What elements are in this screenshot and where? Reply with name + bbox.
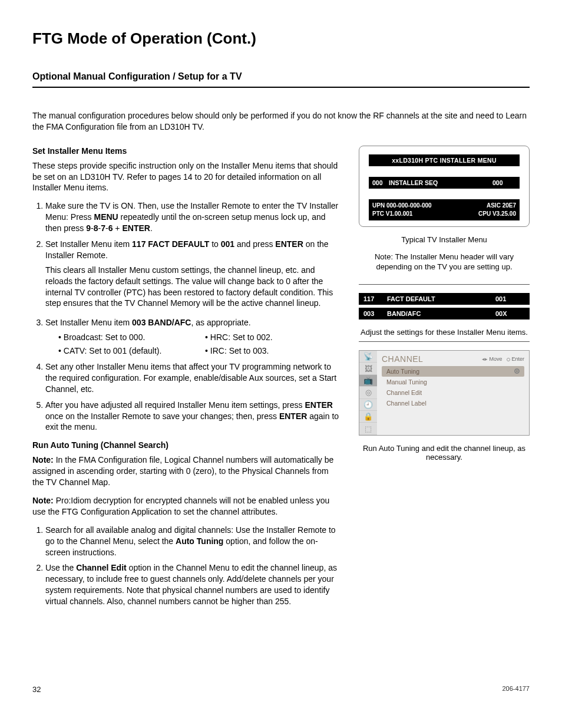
band-broadcast: Broadcast: Set to 000. <box>58 332 194 343</box>
right-divider-1 <box>359 284 530 285</box>
channel-item-channel-label[interactable]: Channel Label <box>382 398 524 409</box>
installer-menu-header: xxLD310H PTC INSTALLER MENU <box>369 154 520 166</box>
fact-default-bar: 117 FACT DEFAULT 001 <box>359 293 530 305</box>
right-divider-2 <box>359 341 530 342</box>
installer-version-row: UPN 000-000-000-000 PTC V1.00.001 ASIC 2… <box>369 199 520 220</box>
channel-menu-main: CHANNEL ◂▸Move Enter Auto Tuning Manual … <box>377 351 529 435</box>
band-options: Broadcast: Set to 000. HRC: Set to 002. … <box>45 332 341 357</box>
run-note-2: Note: Pro:Idiom decryption for encrypted… <box>32 495 341 518</box>
channel-caption: Run Auto Tuning and edit the channel lin… <box>359 444 530 462</box>
channel-item-manual-tuning[interactable]: Manual Tuning <box>382 377 524 387</box>
doc-number: 206-4177 <box>503 685 530 694</box>
input-icon: ⬚ <box>359 423 377 434</box>
target-icon: ◎ <box>359 387 377 398</box>
panel-caption: Typical TV Installer Menu <box>359 235 530 244</box>
step-3: Set Installer Menu item 003 BAND/AFC, as… <box>45 317 341 357</box>
tv-icon: 📺 <box>359 375 377 387</box>
page-title: FTG Mode of Operation (Cont.) <box>32 29 530 48</box>
left-column: Set Installer Menu Items These steps pro… <box>32 146 341 614</box>
satellite-icon: 📡 <box>359 351 377 363</box>
move-hint: ◂▸Move <box>482 356 502 362</box>
band-irc: IRC: Set to 003. <box>205 345 341 357</box>
page-footer: 32 206-4177 <box>32 685 530 694</box>
auto-step-2: Use the Channel Edit option in the Chann… <box>45 562 341 607</box>
channel-menu-title: CHANNEL <box>382 354 482 364</box>
band-afc-bar: 003 BAND/AFC 00X <box>359 308 530 319</box>
set-installer-heading: Set Installer Menu Items <box>32 146 341 157</box>
image-icon: 🖼 <box>359 363 377 374</box>
arrows-icon: ◂▸ <box>482 356 488 362</box>
set-installer-paragraph: These steps provide speciﬁc instruction … <box>32 160 341 194</box>
step-1: Make sure the TV is ON. Then, use the In… <box>45 200 341 234</box>
run-note-1: Note: In the FMA Conﬁguration ﬁle, Logic… <box>32 454 341 488</box>
lock-icon: 🔒 <box>359 411 377 423</box>
dot-icon <box>507 358 510 361</box>
divider <box>32 87 530 88</box>
right-column: xxLD310H PTC INSTALLER MENU 000 INSTALLE… <box>359 146 530 614</box>
auto-tuning-steps-list: Search for all available analog and digi… <box>32 525 341 607</box>
channel-item-auto-tuning[interactable]: Auto Tuning <box>382 366 524 377</box>
enter-hint: Enter <box>507 356 524 362</box>
step-4: Set any other Installer Menu items that … <box>45 361 341 395</box>
selected-icon <box>514 368 520 374</box>
channel-menu-panel: 📡 🖼 📺 ◎ 🕘 🔒 ⬚ CHANNEL ◂▸Move Enter Auto … <box>359 350 530 436</box>
run-auto-tuning-heading: Run Auto Tuning (Channel Search) <box>32 440 341 451</box>
channel-menu-sidebar: 📡 🖼 📺 ◎ 🕘 🔒 ⬚ <box>359 351 377 435</box>
installer-seq-row: 000 INSTALLER SEQ 000 <box>369 177 520 189</box>
step-2: Set Installer Menu item 117 FACT DEFAULT… <box>45 239 341 309</box>
channel-menu-list: Auto Tuning Manual Tuning Channel Edit C… <box>382 366 524 409</box>
step-5: After you have adjusted all required Ins… <box>45 400 341 433</box>
intro-paragraph: The manual configuration procedures belo… <box>32 110 530 133</box>
auto-step-1: Search for all available analog and digi… <box>45 525 341 558</box>
installer-steps-list: Make sure the TV is ON. Then, use the In… <box>32 200 341 433</box>
panel-note: Note: The Installer Menu header will var… <box>359 252 530 272</box>
band-catv: CATV: Set to 001 (default). <box>58 345 194 357</box>
channel-item-channel-edit[interactable]: Channel Edit <box>382 387 524 398</box>
step-2-detail: This clears all Installer Menu custom se… <box>45 265 341 309</box>
bars-caption: Adjust the settings for these Installer … <box>359 328 530 337</box>
installer-menu-panel: xxLD310H PTC INSTALLER MENU 000 INSTALLE… <box>359 146 530 227</box>
section-heading: Optional Manual Configuration / Setup fo… <box>32 71 530 82</box>
band-hrc: HRC: Set to 002. <box>205 332 341 343</box>
clock-icon: 🕘 <box>359 399 377 411</box>
page-number: 32 <box>32 685 41 694</box>
